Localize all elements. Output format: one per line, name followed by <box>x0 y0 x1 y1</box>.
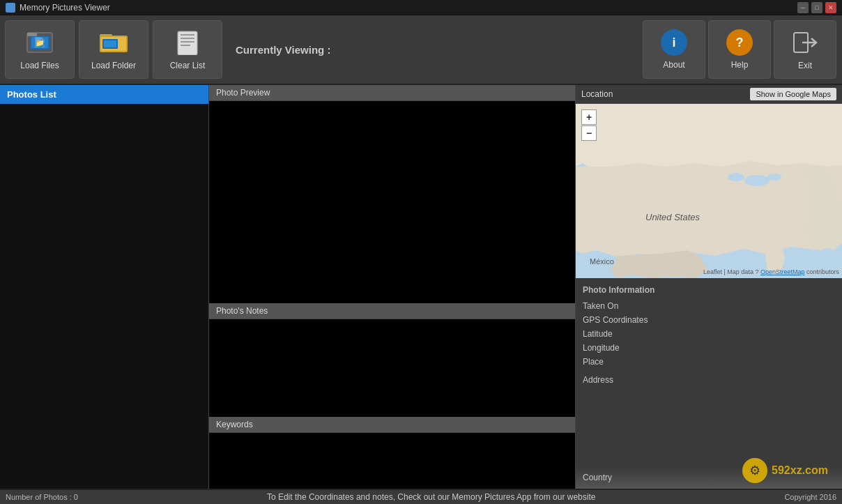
map-controls[interactable]: + − <box>581 109 597 141</box>
longitude-row: Longitude <box>583 341 835 355</box>
osm-link[interactable]: OpenStreetMap <box>760 268 805 275</box>
clear-list-icon <box>174 29 201 56</box>
help-button[interactable]: ? Help <box>708 20 771 79</box>
clear-list-button[interactable]: Clear List <box>153 20 222 79</box>
about-label: About <box>663 60 684 70</box>
photos-list-header: Photos List <box>0 85 208 104</box>
show-in-google-maps-button[interactable]: Show in Google Maps <box>750 88 836 100</box>
app-icon <box>6 3 15 13</box>
load-files-icon: 📁 <box>26 29 54 56</box>
keywords-area[interactable] <box>209 433 575 489</box>
minimize-btn[interactable]: ─ <box>797 2 809 13</box>
svg-text:📁: 📁 <box>36 38 45 47</box>
place-row: Place <box>583 355 835 369</box>
help-icon: ? <box>726 29 753 56</box>
taken-on-label: Taken On <box>583 301 618 311</box>
about-icon: i <box>661 29 687 56</box>
svg-point-20 <box>767 174 781 181</box>
window-controls[interactable]: ─ □ ✕ <box>797 2 836 13</box>
photo-preview-area <box>209 101 575 303</box>
toolbar-right: i About ? Help Exit <box>643 20 836 79</box>
load-folder-button[interactable]: Load Folder <box>79 20 148 79</box>
map-area: + − United States México Leaflet | Map d… <box>576 104 842 278</box>
photo-notes-area[interactable] <box>209 319 575 417</box>
title-bar: Memory Pictures Viewer ─ □ ✕ <box>0 0 842 15</box>
address-label: Address <box>583 375 613 385</box>
svg-rect-9 <box>104 40 116 47</box>
photos-list-panel: Photos List <box>0 85 209 489</box>
load-files-button[interactable]: 📁 Load Files <box>5 20 75 79</box>
toolbar: 📁 Load Files Load Folder <box>0 15 842 85</box>
svg-rect-14 <box>181 45 190 46</box>
photo-info-title: Photo Information <box>583 282 835 299</box>
currently-viewing-label: Currently Viewing : <box>224 44 643 56</box>
main-content: Photos List Photo Preview Photo's Notes … <box>0 85 842 489</box>
gps-coordinates-label: GPS Coordinates <box>583 315 648 325</box>
bottom-message: To Edit the Coordinates and notes, Check… <box>78 492 784 502</box>
svg-point-19 <box>728 173 744 181</box>
photo-notes-header: Photo's Notes <box>209 303 575 319</box>
watermark-text: 592xz.com <box>772 464 828 477</box>
map-svg <box>576 104 842 278</box>
map-label-mexico: México <box>590 257 614 266</box>
taken-on-row: Taken On <box>583 299 835 313</box>
keywords-header: Keywords <box>209 417 575 433</box>
help-label: Help <box>731 60 749 70</box>
maximize-btn[interactable]: □ <box>811 2 822 13</box>
about-button[interactable]: i About <box>643 20 705 79</box>
watermark-gear-icon: ⚙ <box>742 458 767 483</box>
load-folder-label: Load Folder <box>91 61 136 70</box>
map-attribution: Leaflet | Map data ? OpenStreetMap contr… <box>703 268 839 275</box>
exit-label: Exit <box>798 61 812 70</box>
map-label-us: United States <box>645 212 700 222</box>
location-header: Location Show in Google Maps <box>576 85 842 104</box>
watermark: ⚙ 592xz.com <box>742 458 828 483</box>
load-folder-icon <box>100 29 128 56</box>
clear-list-label: Clear List <box>170 61 206 70</box>
exit-button[interactable]: Exit <box>774 20 836 79</box>
center-panel: Photo Preview Photo's Notes Keywords <box>209 85 576 489</box>
close-btn[interactable]: ✕ <box>825 2 836 13</box>
latitude-label: Latitude <box>583 329 613 339</box>
svg-rect-11 <box>181 34 194 36</box>
photo-preview-header: Photo Preview <box>209 85 575 101</box>
map-zoom-in-btn[interactable]: + <box>581 109 597 125</box>
location-label: Location <box>581 89 613 99</box>
copyright-label: Copyright 2016 <box>784 493 836 501</box>
country-label: Country <box>583 473 612 482</box>
right-panel: Location Show in Google Maps <box>576 85 842 489</box>
latitude-row: Latitude <box>583 327 835 341</box>
exit-icon <box>791 29 819 56</box>
address-row: Address <box>583 373 835 387</box>
load-files-label: Load Files <box>20 61 59 70</box>
longitude-label: Longitude <box>583 343 620 353</box>
map-zoom-out-btn[interactable]: − <box>581 125 597 141</box>
place-label: Place <box>583 357 604 367</box>
svg-point-18 <box>744 175 770 186</box>
photo-info-panel: Photo Information Taken On GPS Coordinat… <box>576 278 842 466</box>
photos-list-content[interactable] <box>0 104 208 489</box>
bottom-bar: Number of Photos : 0 To Edit the Coordin… <box>0 489 842 504</box>
svg-rect-13 <box>181 41 194 43</box>
app-title: Memory Pictures Viewer <box>20 3 110 13</box>
photo-count-status: Number of Photos : 0 <box>6 493 78 501</box>
svg-rect-2 <box>27 33 37 36</box>
svg-rect-12 <box>181 38 194 39</box>
gps-coordinates-row: GPS Coordinates <box>583 313 835 327</box>
